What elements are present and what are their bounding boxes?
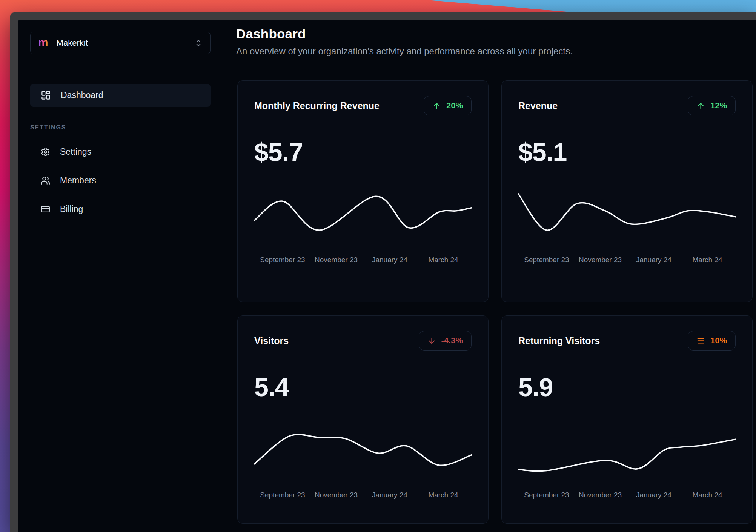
x-axis-label: March 24 (681, 491, 734, 499)
trend-badge: -4.3% (419, 331, 472, 351)
x-axis-label: November 23 (573, 256, 627, 264)
main-area: Dashboard An overview of your organizati… (223, 20, 756, 532)
x-axis-label: March 24 (416, 256, 470, 264)
card-monthly-recurring-revenue: Monthly Recurring Revenue 20% $5.7 (237, 80, 489, 302)
sidebar-section-label: SETTINGS (30, 124, 211, 131)
x-axis-label: January 24 (627, 256, 681, 264)
arrow-up-icon (696, 101, 705, 110)
makerkit-logo: m (38, 37, 48, 48)
workspace-selector[interactable]: m Makerkit (30, 32, 211, 54)
card-revenue: Revenue 12% $5.1 Sep (501, 80, 753, 302)
x-axis-label: September 23 (520, 256, 573, 264)
card-title: Monthly Recurring Revenue (254, 100, 380, 111)
metric-value: 5.9 (518, 372, 736, 402)
sidebar: m Makerkit (18, 20, 223, 532)
x-axis-label: September 23 (520, 491, 573, 499)
x-axis-label: September 23 (256, 491, 309, 499)
cards-grid: Monthly Recurring Revenue 20% $5.7 (223, 66, 756, 524)
page-header: Dashboard An overview of your organizati… (223, 20, 756, 66)
sidebar-item-label: Billing (60, 204, 83, 214)
card-visitors: Visitors -4.3% 5.4 S (237, 315, 489, 524)
trend-value: 12% (710, 101, 727, 111)
x-axis: September 23November 23January 24March 2… (254, 256, 472, 264)
x-axis-label: March 24 (681, 256, 734, 264)
page-subtitle: An overview of your organization's activ… (236, 46, 743, 57)
arrow-up-icon (432, 101, 441, 110)
x-axis-label: September 23 (256, 256, 309, 264)
card-title: Returning Visitors (518, 335, 600, 346)
workspace-name: Makerkit (57, 38, 88, 48)
credit-card-icon (41, 204, 50, 214)
trend-badge: 10% (688, 331, 736, 351)
users-icon (41, 176, 50, 185)
sidebar-item-billing[interactable]: Billing (30, 201, 211, 217)
x-axis-label: January 24 (363, 256, 416, 264)
x-axis: September 23November 23January 24March 2… (254, 491, 472, 499)
layout-dashboard-icon (41, 90, 51, 100)
x-axis-label: March 24 (416, 491, 470, 499)
x-axis-label: November 23 (309, 491, 363, 499)
menu-icon (696, 337, 705, 345)
sidebar-item-label: Members (60, 175, 96, 186)
x-axis-label: January 24 (627, 491, 681, 499)
sparkline-chart: September 23November 23January 24March 2… (254, 188, 472, 264)
trend-value: 20% (446, 101, 463, 111)
page-title: Dashboard (236, 26, 743, 42)
sparkline-chart: September 23November 23January 24March 2… (254, 423, 472, 499)
sparkline-chart: September 23November 23January 24March 2… (518, 188, 736, 264)
line-chart (254, 423, 472, 483)
sidebar-item-settings[interactable]: Settings (30, 144, 211, 160)
gear-icon (41, 147, 50, 157)
app-content: m Makerkit (18, 20, 756, 532)
sparkline-chart: September 23November 23January 24March 2… (518, 423, 736, 499)
app-window: m Makerkit (10, 12, 756, 532)
metric-value: $5.7 (254, 137, 472, 167)
line-chart (518, 188, 736, 248)
line-chart (254, 188, 472, 248)
trend-badge: 12% (688, 96, 736, 115)
line-chart (518, 423, 736, 483)
metric-value: 5.4 (254, 372, 472, 402)
trend-value: -4.3% (441, 336, 463, 346)
x-axis-label: November 23 (573, 491, 627, 499)
metric-value: $5.1 (518, 137, 736, 167)
chevrons-up-down-icon (194, 39, 203, 47)
x-axis-label: November 23 (309, 256, 363, 264)
trend-value: 10% (710, 336, 727, 346)
sidebar-item-dashboard[interactable]: Dashboard (30, 84, 211, 107)
trend-badge: 20% (424, 96, 472, 115)
sidebar-item-members[interactable]: Members (30, 172, 211, 188)
card-title: Visitors (254, 335, 289, 346)
card-title: Revenue (518, 100, 558, 111)
x-axis-label: January 24 (363, 491, 416, 499)
primary-nav: Dashboard (30, 84, 211, 107)
sidebar-item-label: Dashboard (61, 90, 103, 100)
arrow-down-icon (427, 337, 436, 345)
x-axis: September 23November 23January 24March 2… (518, 256, 736, 264)
sidebar-item-label: Settings (60, 147, 91, 157)
card-returning-visitors: Returning Visitors 10% (501, 315, 753, 524)
x-axis: September 23November 23January 24March 2… (518, 491, 736, 499)
